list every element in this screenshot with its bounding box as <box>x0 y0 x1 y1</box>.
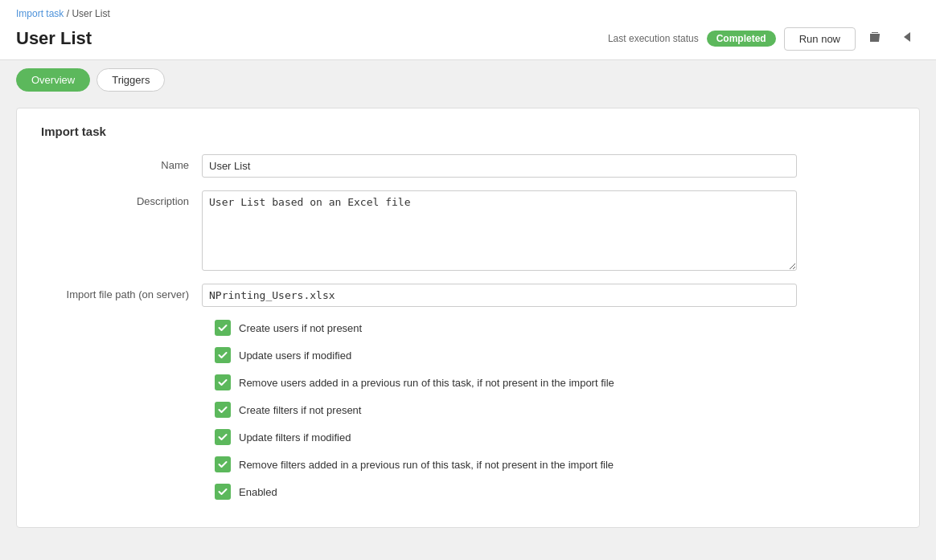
check-icon <box>218 487 228 497</box>
back-icon <box>899 29 915 45</box>
file-path-input[interactable] <box>202 284 797 307</box>
execution-status-label: Last execution status <box>608 33 699 44</box>
label-remove-users: Remove users added in a previous run of … <box>239 377 614 389</box>
delete-button[interactable] <box>864 27 886 50</box>
label-update-filters: Update filters if modified <box>239 431 351 444</box>
label-enabled: Enabled <box>239 486 277 498</box>
check-icon <box>218 350 228 360</box>
check-icon <box>218 460 228 469</box>
file-path-label: Import file path (on server) <box>41 284 202 300</box>
checkbox-create-filters[interactable] <box>215 402 231 418</box>
name-label: Name <box>41 154 202 171</box>
checkbox-row-create-users: Create users if not present <box>215 320 895 336</box>
check-icon <box>218 405 228 415</box>
checkbox-list: Create users if not present Update users… <box>215 320 895 500</box>
name-row: Name <box>41 154 895 178</box>
tab-overview[interactable]: Overview <box>16 68 90 92</box>
checkbox-row-enabled: Enabled <box>215 484 895 500</box>
label-create-filters: Create filters if not present <box>239 404 361 416</box>
description-textarea[interactable]: User List based on an Excel file <box>202 190 797 271</box>
checkbox-remove-filters[interactable] <box>215 456 231 472</box>
checkbox-remove-users[interactable] <box>215 374 231 390</box>
checkbox-enabled[interactable] <box>215 484 231 500</box>
check-icon <box>218 323 228 333</box>
status-badge: Completed <box>707 31 776 47</box>
top-bar: Import task / User List User List Last e… <box>0 0 936 60</box>
description-row: Description User List based on an Excel … <box>41 190 895 271</box>
trash-icon <box>868 31 881 43</box>
header-actions: Last execution status Completed Run now <box>608 26 920 51</box>
file-path-row: Import file path (on server) <box>41 284 895 307</box>
check-icon <box>218 378 228 387</box>
label-remove-filters: Remove filters added in a previous run o… <box>239 459 614 471</box>
checkbox-row-update-users: Update users if modified <box>215 347 895 363</box>
run-now-button[interactable]: Run now <box>784 27 856 51</box>
breadcrumb-current: User List <box>72 8 109 19</box>
breadcrumb: Import task / User List <box>16 8 920 19</box>
description-label: Description <box>41 190 202 207</box>
back-button[interactable] <box>894 26 920 51</box>
tab-triggers[interactable]: Triggers <box>96 68 165 92</box>
checkbox-row-remove-users: Remove users added in a previous run of … <box>215 374 895 390</box>
checkbox-create-users[interactable] <box>215 320 231 336</box>
checkbox-update-users[interactable] <box>215 347 231 363</box>
breadcrumb-parent-link[interactable]: Import task <box>16 8 64 19</box>
checkbox-row-create-filters: Create filters if not present <box>215 402 895 418</box>
main-content: Import task Name Description User List b… <box>0 92 936 544</box>
label-create-users: Create users if not present <box>239 322 362 334</box>
breadcrumb-separator: / <box>67 8 69 19</box>
checkbox-update-filters[interactable] <box>215 429 231 445</box>
name-input[interactable] <box>202 154 797 178</box>
label-update-users: Update users if modified <box>239 349 351 362</box>
checkbox-row-remove-filters: Remove filters added in a previous run o… <box>215 456 895 472</box>
checkbox-row-update-filters: Update filters if modified <box>215 429 895 445</box>
tab-bar: Overview Triggers <box>0 60 936 92</box>
card-title: Import task <box>41 125 895 138</box>
import-task-card: Import task Name Description User List b… <box>16 108 920 528</box>
check-icon <box>218 432 228 442</box>
page-title: User List <box>16 28 92 49</box>
page-header: User List Last execution status Complete… <box>16 26 920 59</box>
